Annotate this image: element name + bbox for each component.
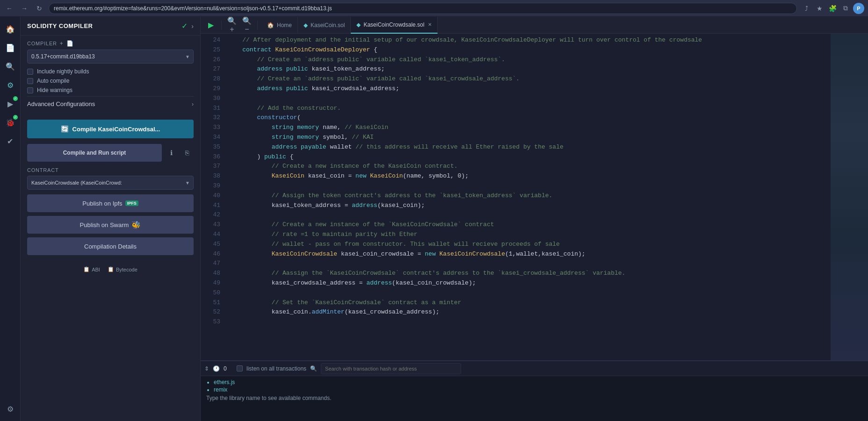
sidebar-icon-home[interactable]: 🏠 <box>2 21 19 37</box>
contract-section: CONTRACT KaseiCoinCrowdsale (KaseiCoinCr… <box>21 164 200 263</box>
compile-run-icon: 🔄 <box>61 125 69 133</box>
bottom-panel: ⇕ 🕐 0 listen on all transactions 🔍 ether… <box>201 360 868 421</box>
publish-ipfs-button[interactable]: Publish on Ipfs IPFS <box>27 194 194 212</box>
nightly-builds-label: Include nightly builds <box>37 68 89 75</box>
collapse-button[interactable]: ⇕ <box>204 365 209 372</box>
tx-search-input[interactable] <box>321 363 461 374</box>
hide-warnings-checkbox[interactable] <box>27 87 33 93</box>
compiler-title: SOLIDITY COMPILER <box>27 22 93 29</box>
compile-run-button[interactable]: Compile and Run script <box>27 144 162 162</box>
publish-ipfs-label: Publish on Ipfs <box>82 200 122 207</box>
kaseicoin-tab-label: KaseiCoin.sol <box>311 22 345 29</box>
arrow-icon: › <box>191 22 194 30</box>
help-text: Type the library name to see available c… <box>206 395 862 401</box>
add-compiler-icon[interactable]: + <box>60 40 64 47</box>
swarm-icon: 🐝 <box>131 221 141 229</box>
ipfs-badge: IPFS <box>125 200 138 206</box>
remix-link[interactable]: remix <box>214 386 862 393</box>
back-button[interactable]: ← <box>4 3 15 14</box>
kaseicrowdsale-tab-label: KaseiCoinCrowdsale.sol <box>363 21 424 28</box>
compilation-details-button[interactable]: Compilation Details <box>27 237 194 255</box>
forward-button[interactable]: → <box>19 3 30 14</box>
toolbar-divider-2 <box>257 21 258 30</box>
zoom-in-button[interactable]: 🔍+ <box>225 19 239 32</box>
toolbar-divider <box>221 21 222 30</box>
compilation-details-label: Compilation Details <box>84 243 137 250</box>
hide-warnings-row: Hide warnings <box>27 87 194 93</box>
abi-label: ABI <box>92 267 100 272</box>
browser-chrome: ← → ↻ ⤴ ★ 🧩 ⧉ P <box>0 0 868 17</box>
compile-button[interactable]: 🔄 Compile KaseiCoinCrowdsal... <box>27 120 194 138</box>
sidebar-icon-files[interactable]: 📄 <box>2 39 19 56</box>
search-icon: 🔍 <box>310 365 317 372</box>
extension-button[interactable]: 🧩 <box>827 3 838 14</box>
sidebar-icon-compiler[interactable]: ⚙ <box>2 77 19 93</box>
auto-compile-label: Auto compile <box>37 78 69 84</box>
profile-avatar[interactable]: P <box>853 3 864 14</box>
code-editor[interactable]: 24 25 26 27 28 29 30 31 32 33 34 35 36 3… <box>201 34 868 360</box>
abi-icon: 📋 <box>83 266 90 272</box>
nightly-builds-row: Include nightly builds <box>27 68 194 75</box>
tab-kaseicrowdsale[interactable]: ◆ KaseiCoinCrowdsale.sol ✕ <box>351 17 438 34</box>
advanced-config-label: Advanced Configurations <box>27 100 95 107</box>
editor-toolbar: ▶ 🔍+ 🔍− 🏠 Home ◆ KaseiCoin.sol ◆ KaseiCo… <box>201 17 868 34</box>
kaseicrowdsale-tab-icon: ◆ <box>356 21 361 28</box>
compiler-version-wrapper: 0.5.17+commit.d19bba130.5.16+commit.9c32… <box>27 50 194 64</box>
compile-run-row: Compile and Run script ℹ ⎘ <box>27 144 194 162</box>
publish-swarm-button[interactable]: Publish on Swarm 🐝 <box>27 216 194 234</box>
hide-warnings-label: Hide warnings <box>37 87 72 93</box>
sidebar-icon-debug[interactable]: 🐞 ✓ <box>2 114 19 131</box>
kaseicoin-tab-icon: ◆ <box>304 22 308 29</box>
bottom-content: ethers.js remix Type the library name to… <box>201 376 868 421</box>
compiler-section: COMPILER + 📄 0.5.17+commit.d19bba130.5.1… <box>21 36 200 116</box>
tab-kaseicoin[interactable]: ◆ KaseiCoin.sol <box>298 17 351 34</box>
run-button[interactable]: ▶ <box>204 19 217 32</box>
minimap <box>831 34 868 360</box>
window-button[interactable]: ⧉ <box>840 3 851 14</box>
code-content[interactable]: // After deployment and the initial setu… <box>224 34 831 360</box>
bytecode-link[interactable]: 📋 Bytecode <box>108 266 137 272</box>
listen-label: listen on all transactions <box>246 365 306 372</box>
tab-close-icon[interactable]: ✕ <box>428 22 432 27</box>
compiler-header: SOLIDITY COMPILER ✓ › <box>21 17 200 36</box>
reload-button[interactable]: ↻ <box>34 3 45 14</box>
share-button[interactable]: ⤴ <box>801 3 812 14</box>
sidebar-icon-verify[interactable]: ✔ <box>2 133 19 150</box>
home-tab-icon: 🏠 <box>267 22 274 29</box>
tab-bar: 🏠 Home ◆ KaseiCoin.sol ◆ KaseiCoinCrowds… <box>261 17 864 34</box>
abi-link[interactable]: 📋 ABI <box>83 266 100 272</box>
compiler-version-select[interactable]: 0.5.17+commit.d19bba130.5.16+commit.9c32… <box>27 50 194 64</box>
contract-select[interactable]: KaseiCoinCrowdsale (KaseiCoinCrowd: <box>27 176 194 190</box>
compiler-section-label: COMPILER + 📄 <box>27 40 194 47</box>
zoom-out-button[interactable]: 🔍− <box>240 19 253 32</box>
nightly-builds-checkbox[interactable] <box>27 69 33 75</box>
bottom-links: 📋 ABI 📋 Bytecode <box>21 263 200 276</box>
advanced-config-row[interactable]: Advanced Configurations › <box>27 96 194 111</box>
compile-button-label: Compile KaseiCoinCrowdsal... <box>72 126 160 133</box>
ethersjs-link[interactable]: ethers.js <box>214 379 862 385</box>
contract-label: CONTRACT <box>27 167 194 173</box>
home-tab-label: Home <box>277 22 292 29</box>
bottom-toolbar: ⇕ 🕐 0 listen on all transactions 🔍 <box>201 361 868 376</box>
sidebar-icon-search[interactable]: 🔍 <box>2 58 19 75</box>
contract-select-wrapper: KaseiCoinCrowdsale (KaseiCoinCrowd: ▼ <box>27 176 194 190</box>
compile-run-info-button[interactable]: ℹ <box>165 146 178 159</box>
tab-home[interactable]: 🏠 Home <box>261 17 298 34</box>
bookmark-button[interactable]: ★ <box>814 3 825 14</box>
compile-run-copy-button[interactable]: ⎘ <box>181 146 194 159</box>
icon-sidebar: 🏠 📄 🔍 ⚙ ▶ ✓ 🐞 ✓ ✔ ⚙ <box>0 17 21 421</box>
listen-checkbox[interactable] <box>237 365 243 371</box>
tx-count: 0 <box>224 365 233 372</box>
file-icon[interactable]: 📄 <box>66 40 74 47</box>
auto-compile-checkbox[interactable] <box>27 78 33 84</box>
chevron-right-icon: › <box>192 101 194 107</box>
clock-icon: 🕐 <box>213 365 220 372</box>
publish-swarm-label: Publish on Swarm <box>80 221 129 228</box>
sidebar-icon-settings[interactable]: ⚙ <box>2 400 19 417</box>
address-bar[interactable] <box>49 3 797 14</box>
auto-compile-row: Auto compile <box>27 78 194 84</box>
editor-area: ▶ 🔍+ 🔍− 🏠 Home ◆ KaseiCoin.sol ◆ KaseiCo… <box>201 17 868 421</box>
check-icon: ✓ <box>181 21 188 30</box>
bytecode-label: Bytecode <box>116 267 137 272</box>
sidebar-icon-deploy[interactable]: ▶ ✓ <box>2 95 19 112</box>
